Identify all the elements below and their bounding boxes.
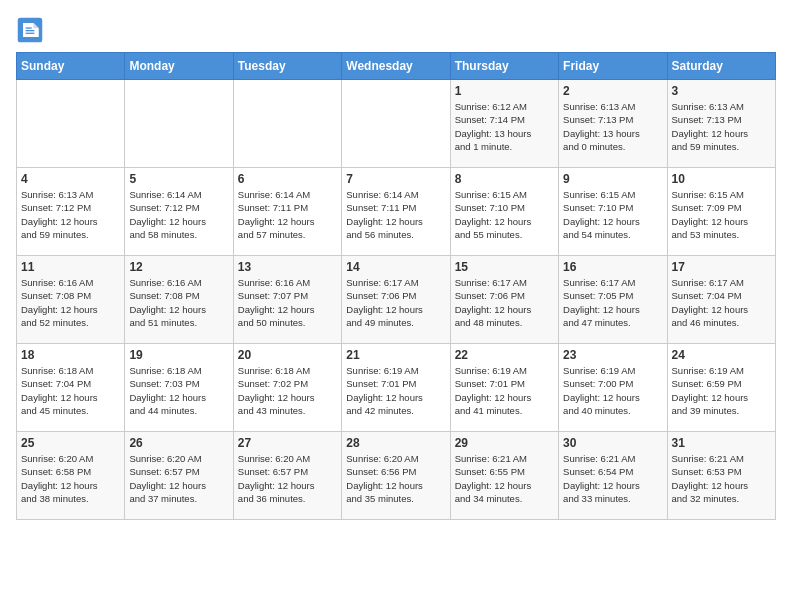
logo-icon xyxy=(16,16,44,44)
calendar-cell: 31Sunrise: 6:21 AMSunset: 6:53 PMDayligh… xyxy=(667,432,775,520)
day-number: 28 xyxy=(346,436,445,450)
day-info: Sunrise: 6:12 AMSunset: 7:14 PMDaylight:… xyxy=(455,100,554,153)
day-info: Sunrise: 6:19 AMSunset: 7:01 PMDaylight:… xyxy=(455,364,554,417)
svg-rect-5 xyxy=(26,27,32,28)
calendar-cell: 9Sunrise: 6:15 AMSunset: 7:10 PMDaylight… xyxy=(559,168,667,256)
day-number: 25 xyxy=(21,436,120,450)
weekday-header: Thursday xyxy=(450,53,558,80)
day-info: Sunrise: 6:18 AMSunset: 7:02 PMDaylight:… xyxy=(238,364,337,417)
day-info: Sunrise: 6:19 AMSunset: 7:01 PMDaylight:… xyxy=(346,364,445,417)
day-number: 13 xyxy=(238,260,337,274)
calendar-week-row: 1Sunrise: 6:12 AMSunset: 7:14 PMDaylight… xyxy=(17,80,776,168)
calendar-week-row: 4Sunrise: 6:13 AMSunset: 7:12 PMDaylight… xyxy=(17,168,776,256)
calendar-cell: 19Sunrise: 6:18 AMSunset: 7:03 PMDayligh… xyxy=(125,344,233,432)
day-info: Sunrise: 6:14 AMSunset: 7:11 PMDaylight:… xyxy=(238,188,337,241)
day-number: 17 xyxy=(672,260,771,274)
day-info: Sunrise: 6:17 AMSunset: 7:05 PMDaylight:… xyxy=(563,276,662,329)
weekday-header: Sunday xyxy=(17,53,125,80)
day-number: 9 xyxy=(563,172,662,186)
day-info: Sunrise: 6:21 AMSunset: 6:53 PMDaylight:… xyxy=(672,452,771,505)
calendar-cell: 18Sunrise: 6:18 AMSunset: 7:04 PMDayligh… xyxy=(17,344,125,432)
calendar-cell: 27Sunrise: 6:20 AMSunset: 6:57 PMDayligh… xyxy=(233,432,341,520)
svg-rect-3 xyxy=(26,30,35,31)
calendar-cell: 24Sunrise: 6:19 AMSunset: 6:59 PMDayligh… xyxy=(667,344,775,432)
day-number: 3 xyxy=(672,84,771,98)
calendar-cell: 11Sunrise: 6:16 AMSunset: 7:08 PMDayligh… xyxy=(17,256,125,344)
day-number: 7 xyxy=(346,172,445,186)
calendar-week-row: 18Sunrise: 6:18 AMSunset: 7:04 PMDayligh… xyxy=(17,344,776,432)
day-number: 4 xyxy=(21,172,120,186)
day-info: Sunrise: 6:15 AMSunset: 7:10 PMDaylight:… xyxy=(563,188,662,241)
day-info: Sunrise: 6:20 AMSunset: 6:57 PMDaylight:… xyxy=(238,452,337,505)
calendar-cell: 25Sunrise: 6:20 AMSunset: 6:58 PMDayligh… xyxy=(17,432,125,520)
calendar-cell: 20Sunrise: 6:18 AMSunset: 7:02 PMDayligh… xyxy=(233,344,341,432)
calendar-cell: 22Sunrise: 6:19 AMSunset: 7:01 PMDayligh… xyxy=(450,344,558,432)
calendar-cell: 23Sunrise: 6:19 AMSunset: 7:00 PMDayligh… xyxy=(559,344,667,432)
day-info: Sunrise: 6:17 AMSunset: 7:06 PMDaylight:… xyxy=(455,276,554,329)
calendar-cell: 30Sunrise: 6:21 AMSunset: 6:54 PMDayligh… xyxy=(559,432,667,520)
day-number: 15 xyxy=(455,260,554,274)
day-number: 16 xyxy=(563,260,662,274)
calendar-body: 1Sunrise: 6:12 AMSunset: 7:14 PMDaylight… xyxy=(17,80,776,520)
day-number: 31 xyxy=(672,436,771,450)
day-number: 5 xyxy=(129,172,228,186)
day-number: 2 xyxy=(563,84,662,98)
calendar-cell: 3Sunrise: 6:13 AMSunset: 7:13 PMDaylight… xyxy=(667,80,775,168)
calendar-cell xyxy=(125,80,233,168)
calendar-cell: 6Sunrise: 6:14 AMSunset: 7:11 PMDaylight… xyxy=(233,168,341,256)
day-info: Sunrise: 6:13 AMSunset: 7:13 PMDaylight:… xyxy=(672,100,771,153)
day-info: Sunrise: 6:16 AMSunset: 7:08 PMDaylight:… xyxy=(129,276,228,329)
day-info: Sunrise: 6:21 AMSunset: 6:55 PMDaylight:… xyxy=(455,452,554,505)
weekday-header: Monday xyxy=(125,53,233,80)
svg-rect-4 xyxy=(26,33,35,34)
day-number: 24 xyxy=(672,348,771,362)
calendar-table: SundayMondayTuesdayWednesdayThursdayFrid… xyxy=(16,52,776,520)
calendar-week-row: 11Sunrise: 6:16 AMSunset: 7:08 PMDayligh… xyxy=(17,256,776,344)
calendar-cell: 28Sunrise: 6:20 AMSunset: 6:56 PMDayligh… xyxy=(342,432,450,520)
day-number: 18 xyxy=(21,348,120,362)
calendar-cell: 13Sunrise: 6:16 AMSunset: 7:07 PMDayligh… xyxy=(233,256,341,344)
weekday-header: Wednesday xyxy=(342,53,450,80)
day-number: 8 xyxy=(455,172,554,186)
day-number: 11 xyxy=(21,260,120,274)
calendar-cell: 26Sunrise: 6:20 AMSunset: 6:57 PMDayligh… xyxy=(125,432,233,520)
calendar-cell: 29Sunrise: 6:21 AMSunset: 6:55 PMDayligh… xyxy=(450,432,558,520)
day-number: 21 xyxy=(346,348,445,362)
day-number: 10 xyxy=(672,172,771,186)
day-info: Sunrise: 6:19 AMSunset: 7:00 PMDaylight:… xyxy=(563,364,662,417)
weekday-row: SundayMondayTuesdayWednesdayThursdayFrid… xyxy=(17,53,776,80)
calendar-cell xyxy=(342,80,450,168)
day-number: 30 xyxy=(563,436,662,450)
day-number: 6 xyxy=(238,172,337,186)
day-number: 23 xyxy=(563,348,662,362)
day-info: Sunrise: 6:18 AMSunset: 7:04 PMDaylight:… xyxy=(21,364,120,417)
day-number: 12 xyxy=(129,260,228,274)
calendar-cell: 16Sunrise: 6:17 AMSunset: 7:05 PMDayligh… xyxy=(559,256,667,344)
day-info: Sunrise: 6:21 AMSunset: 6:54 PMDaylight:… xyxy=(563,452,662,505)
day-number: 20 xyxy=(238,348,337,362)
calendar-cell: 14Sunrise: 6:17 AMSunset: 7:06 PMDayligh… xyxy=(342,256,450,344)
weekday-header: Friday xyxy=(559,53,667,80)
calendar-cell: 7Sunrise: 6:14 AMSunset: 7:11 PMDaylight… xyxy=(342,168,450,256)
calendar-cell: 17Sunrise: 6:17 AMSunset: 7:04 PMDayligh… xyxy=(667,256,775,344)
logo xyxy=(16,16,48,44)
calendar-cell xyxy=(17,80,125,168)
weekday-header: Tuesday xyxy=(233,53,341,80)
calendar-cell: 5Sunrise: 6:14 AMSunset: 7:12 PMDaylight… xyxy=(125,168,233,256)
day-info: Sunrise: 6:13 AMSunset: 7:13 PMDaylight:… xyxy=(563,100,662,153)
day-info: Sunrise: 6:17 AMSunset: 7:06 PMDaylight:… xyxy=(346,276,445,329)
calendar-cell: 4Sunrise: 6:13 AMSunset: 7:12 PMDaylight… xyxy=(17,168,125,256)
day-info: Sunrise: 6:20 AMSunset: 6:57 PMDaylight:… xyxy=(129,452,228,505)
day-number: 22 xyxy=(455,348,554,362)
day-info: Sunrise: 6:14 AMSunset: 7:11 PMDaylight:… xyxy=(346,188,445,241)
day-number: 19 xyxy=(129,348,228,362)
day-info: Sunrise: 6:16 AMSunset: 7:08 PMDaylight:… xyxy=(21,276,120,329)
day-number: 14 xyxy=(346,260,445,274)
day-info: Sunrise: 6:13 AMSunset: 7:12 PMDaylight:… xyxy=(21,188,120,241)
day-info: Sunrise: 6:20 AMSunset: 6:58 PMDaylight:… xyxy=(21,452,120,505)
calendar-cell xyxy=(233,80,341,168)
day-info: Sunrise: 6:19 AMSunset: 6:59 PMDaylight:… xyxy=(672,364,771,417)
calendar-cell: 15Sunrise: 6:17 AMSunset: 7:06 PMDayligh… xyxy=(450,256,558,344)
calendar-header: SundayMondayTuesdayWednesdayThursdayFrid… xyxy=(17,53,776,80)
day-info: Sunrise: 6:20 AMSunset: 6:56 PMDaylight:… xyxy=(346,452,445,505)
